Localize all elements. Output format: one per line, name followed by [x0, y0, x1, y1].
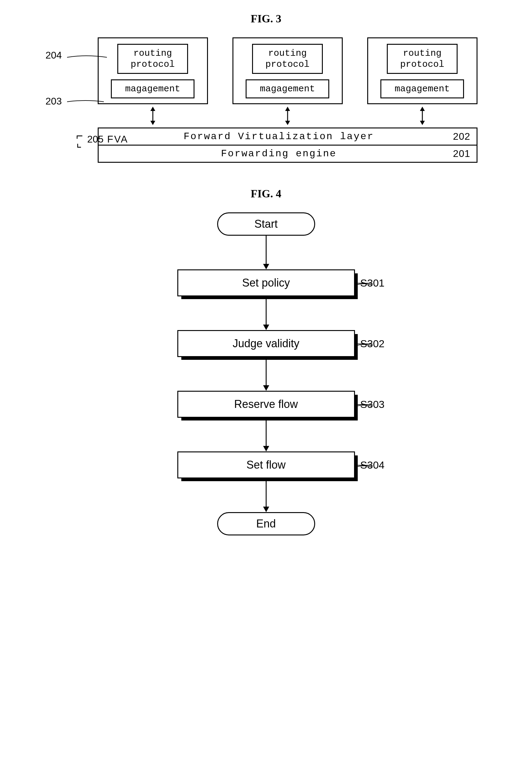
- layer-fe: Forwarding engine 201: [98, 146, 478, 163]
- step-s304-text: Set flow: [246, 458, 285, 471]
- svg-marker-5: [285, 121, 290, 125]
- svg-marker-10: [263, 264, 269, 269]
- step-s301: Set policy S301: [177, 269, 355, 297]
- fva-arrows-row: [36, 107, 496, 125]
- end-terminator: End: [217, 512, 315, 535]
- svg-marker-4: [285, 107, 290, 111]
- fig3-modules-row: routing protocol magagement routing prot…: [36, 37, 496, 104]
- fig3-diagram: 204 203 routing protocol magagement rout…: [36, 37, 496, 163]
- routing-protocol-box: routing protocol: [117, 44, 188, 74]
- layer-fvl: Forward Virtualization layer 202: [98, 128, 478, 146]
- svg-marker-1: [151, 107, 155, 111]
- step-s303-text: Reserve flow: [234, 398, 298, 410]
- management-box: magagement: [380, 79, 464, 99]
- step-s302-text: Judge validity: [233, 337, 299, 350]
- step-s304: Set flow S304: [177, 451, 355, 478]
- svg-marker-16: [263, 446, 269, 451]
- fva-text: FVA: [107, 134, 128, 145]
- layer-fvl-text: Forward Virtualization layer: [105, 131, 453, 142]
- step-s304-label: S304: [360, 459, 384, 471]
- fig4-flowchart: Start Set policy S301 Judge validity S30…: [113, 212, 419, 535]
- bidir-arrow-icon: [147, 107, 159, 125]
- svg-marker-8: [420, 121, 425, 125]
- routing-protocol-box: routing protocol: [387, 44, 458, 74]
- start-terminator: Start: [217, 212, 315, 236]
- step-s303-label: S303: [360, 398, 384, 410]
- module-3: routing protocol magagement: [367, 37, 478, 104]
- module-1: routing protocol magagement: [98, 37, 208, 104]
- fva-label: ⌐⌞ 205 FVA: [76, 133, 128, 147]
- svg-marker-12: [263, 325, 269, 330]
- bidir-arrow-icon: [281, 107, 294, 125]
- svg-marker-18: [263, 507, 269, 512]
- module-2: routing protocol magagement: [233, 37, 343, 104]
- step-row-s301: Set policy S301: [113, 269, 419, 297]
- down-arrow-icon: [260, 418, 272, 451]
- down-arrow-icon: [260, 297, 272, 330]
- figure-4: FIG. 4 Start Set policy S301 Judge valid…: [12, 187, 520, 535]
- step-s302: Judge validity S302: [177, 330, 355, 357]
- figure-3: FIG. 3 204 203 routing protocol magageme…: [12, 12, 520, 163]
- layer-fe-text: Forwarding engine: [105, 148, 453, 159]
- fig4-title: FIG. 4: [12, 187, 520, 200]
- ref-205: 205: [87, 134, 103, 145]
- step-s301-text: Set policy: [242, 276, 290, 289]
- svg-marker-7: [420, 107, 425, 111]
- step-s301-label: S301: [360, 277, 384, 289]
- step-row-s302: Judge validity S302: [113, 330, 419, 357]
- layer-fvl-num: 202: [453, 131, 470, 142]
- routing-protocol-box: routing protocol: [252, 44, 323, 74]
- down-arrow-icon: [260, 478, 272, 512]
- bidir-arrow-icon: [416, 107, 429, 125]
- step-row-s303: Reserve flow S303: [113, 391, 419, 418]
- management-box: magagement: [246, 79, 329, 99]
- fig3-title: FIG. 3: [12, 12, 520, 25]
- down-arrow-icon: [260, 236, 272, 269]
- svg-marker-14: [263, 385, 269, 391]
- down-arrow-icon: [260, 357, 272, 391]
- step-row-s304: Set flow S304: [113, 451, 419, 478]
- layer-fe-num: 201: [453, 148, 470, 159]
- step-s302-label: S302: [360, 338, 384, 350]
- step-s303: Reserve flow S303: [177, 391, 355, 418]
- svg-marker-2: [151, 121, 155, 125]
- management-box: magagement: [111, 79, 195, 99]
